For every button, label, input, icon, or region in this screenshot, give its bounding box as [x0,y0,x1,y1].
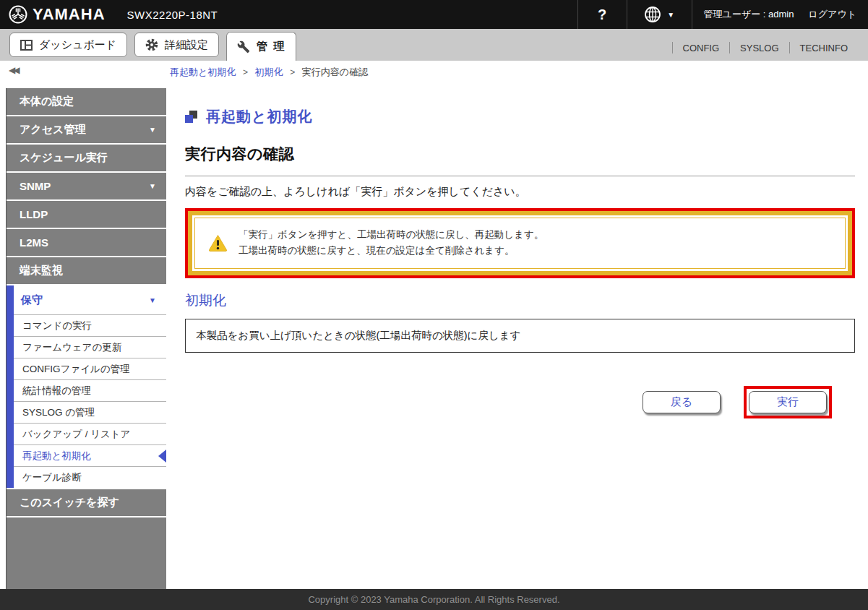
sidebar-item-label: L2MS [20,236,48,249]
submenu-item-syslog-management[interactable]: SYSLOG の管理 [14,401,166,423]
back-button[interactable]: 戻る [643,391,721,413]
sidebar-item-access-management[interactable]: アクセス管理 ▼ [7,116,166,145]
techinfo-link[interactable]: TECHINFO [790,43,858,53]
sidebar-collapse-button[interactable]: ◀◀ [9,65,17,75]
gear-icon [145,38,158,51]
sidebar-item-label: 本体の設定 [20,95,74,108]
top-header: YAMAHA SWX2220P-18NT ? ▼ 管理ユーザー : admin … [0,0,868,29]
sidebar-item-system-settings[interactable]: 本体の設定 [7,88,166,116]
tab-dashboard[interactable]: ダッシュボード [9,33,127,57]
divider [185,176,855,176]
sidebar-item-terminal-monitoring[interactable]: 端末監視 [7,257,166,285]
warning-line: 「実行」ボタンを押すと、工場出荷時の状態に戻し、再起動します。 [239,227,543,243]
toolbar-links: CONFIG SYSLOG TECHINFO [672,42,858,53]
sidebar-item-l2ms[interactable]: L2MS [7,229,166,257]
sidebar-menu: 本体の設定 アクセス管理 ▼ スケジュール実行 SNMP ▼ LLDP L2MS [6,88,166,589]
warning-box: 「実行」ボタンを押すと、工場出荷時の状態に戻し、再起動します。 工場出荷時の状態… [188,211,852,275]
submenu-item-restart-initialize[interactable]: 再起動と初期化 [14,444,166,466]
warning-icon [208,234,228,252]
breadcrumb: 再起動と初期化 > 初期化 > 実行内容の確認 [170,66,368,79]
brand: YAMAHA [0,5,106,24]
header-actions: ? ▼ 管理ユーザー : admin ログアウト [577,0,868,29]
breadcrumb-row: ◀◀ 再起動と初期化 > 初期化 > 実行内容の確認 [0,61,868,88]
sidebar-item-snmp[interactable]: SNMP ▼ [7,173,166,201]
submenu-item-label: バックアップ / リストア [22,428,130,441]
chevron-down-icon: ▼ [667,11,674,19]
sidebar-group-maintenance: 保守 ▼ コマンドの実行 ファームウェアの更新 CONFIGファイルの管理 [7,285,166,489]
warning-highlight-annotation: 「実行」ボタンを押すと、工場出荷時の状態に戻し、再起動します。 工場出荷時の状態… [185,208,855,278]
dashboard-icon [20,40,33,51]
instruction-text: 内容をご確認の上、よろしければ「実行」ボタンを押してください。 [185,185,855,199]
submenu-item-cable-diagnostics[interactable]: ケーブル診断 [14,466,166,488]
chevron-down-icon: ▼ [149,182,156,190]
submenu-item-label: 統計情報の管理 [22,385,91,398]
tab-advanced-settings[interactable]: 詳細設定 [134,33,219,57]
description-text: 本製品をお買い上げ頂いたときの状態(工場出荷時の状態)に戻します [196,330,520,341]
device-model: SWX2220P-18NT [127,9,218,21]
button-row: 戻る 実行 [185,386,855,418]
submenu-item-label: ケーブル診断 [22,471,82,484]
submenu-item-backup-restore[interactable]: バックアップ / リストア [14,423,166,444]
help-icon: ? [598,7,606,23]
wrench-icon [237,40,250,53]
sidebar-item-find-this-switch[interactable]: このスイッチを探す [7,489,166,517]
sidebar-item-label: アクセス管理 [20,123,85,137]
maintenance-group-body: 保守 ▼ コマンドの実行 ファームウェアの更新 CONFIGファイルの管理 [14,285,166,488]
breadcrumb-separator: > [243,67,248,77]
yamaha-logo-icon [9,5,27,24]
sidebar-item-label: このスイッチを探す [20,496,119,510]
breadcrumb-link[interactable]: 再起動と初期化 [170,66,236,77]
submenu-item-config-file-management[interactable]: CONFIGファイルの管理 [14,358,166,379]
sidebar-item-schedule[interactable]: スケジュール実行 [7,145,166,173]
submenu-item-label: CONFIGファイルの管理 [22,363,130,376]
execute-highlight-annotation: 実行 [744,386,832,418]
submenu-item-command-execution[interactable]: コマンドの実行 [14,314,166,336]
submenu-item-label: 再起動と初期化 [22,450,91,463]
submenu-item-label: SYSLOG の管理 [22,406,95,419]
warning-line: 工場出荷時の状態に戻すと、現在の設定は全て削除されます。 [239,243,543,259]
warning-text: 「実行」ボタンを押すと、工場出荷時の状態に戻し、再起動します。 工場出荷時の状態… [239,227,543,259]
page: YAMAHA SWX2220P-18NT ? ▼ 管理ユーザー : admin … [0,0,868,610]
description-box: 本製品をお買い上げ頂いたときの状態(工場出荷時の状態)に戻します [185,319,855,353]
logged-in-user: 管理ユーザー : admin [704,8,794,21]
square-blue [185,115,193,123]
sidebar-item-lldp[interactable]: LLDP [7,201,166,229]
active-item-arrow-icon [158,450,166,463]
chevron-down-icon: ▼ [149,296,156,304]
submenu-item-label: コマンドの実行 [22,319,92,332]
sidebar-item-label: SNMP [20,180,51,192]
breadcrumb-link[interactable]: 初期化 [255,66,283,77]
main-content: 再起動と初期化 実行内容の確認 内容をご確認の上、よろしければ「実行」ボタンを押… [166,88,868,589]
sidebar: 本体の設定 アクセス管理 ▼ スケジュール実行 SNMP ▼ LLDP L2MS [0,88,166,589]
user-area: 管理ユーザー : admin ログアウト [692,0,868,29]
help-button[interactable]: ? [577,0,627,29]
brand-name: YAMAHA [33,5,106,24]
tab-label: 管 理 [257,40,285,53]
tab-management[interactable]: 管 理 [226,32,296,61]
syslog-link[interactable]: SYSLOG [730,43,788,53]
copyright-text: Copyright © 2023 Yamaha Corporation. All… [308,594,559,605]
submenu-item-statistics-management[interactable]: 統計情報の管理 [14,379,166,401]
submenu-item-firmware-update[interactable]: ファームウェアの更新 [14,336,166,358]
sidebar-item-label: スケジュール実行 [20,151,108,165]
config-link[interactable]: CONFIG [673,43,730,53]
section-squares-icon [185,111,197,123]
tab-label: ダッシュボード [39,38,116,52]
footer: Copyright © 2023 Yamaha Corporation. All… [0,589,868,610]
sidebar-item-label: 保守 [21,293,43,307]
sidebar-item-label: LLDP [20,208,48,220]
tab-label: 詳細設定 [165,38,208,52]
sidebar-item-maintenance[interactable]: 保守 ▼ [14,285,166,314]
execute-button[interactable]: 実行 [749,391,827,413]
language-button[interactable]: ▼ [627,0,692,29]
globe-icon [644,6,661,23]
tab-bar: ダッシュボード 詳細設定 管 理 CONFIG SYSLOG TECHINFO [0,29,868,61]
subsection-title: 初期化 [185,291,855,310]
active-group-bar [7,285,14,488]
section-title-row: 再起動と初期化 [185,107,855,126]
page-title: 実行内容の確認 [185,144,855,164]
section-title: 再起動と初期化 [206,107,312,126]
logout-link[interactable]: ログアウト [808,8,856,21]
submenu-item-label: ファームウェアの更新 [22,341,121,354]
sidebar-filler [7,517,166,589]
